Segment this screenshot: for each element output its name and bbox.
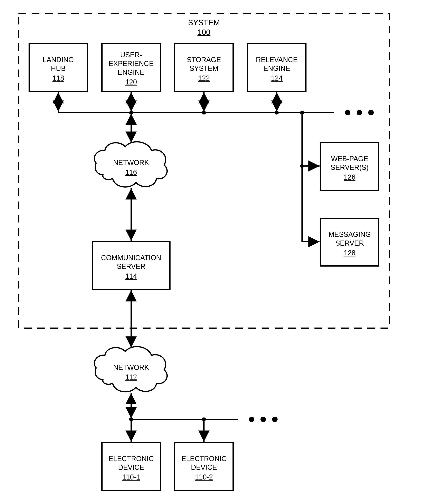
storage-system-box: STORAGE SYSTEM 122 [175,44,233,91]
messaging-server-box: MESSAGING SERVER 128 [320,218,379,266]
system-diagram: SYSTEM 100 LANDING HUB 118 USER- EXPERIE… [0,0,438,504]
web-page-server-box: WEB-PAGE SERVER(S) 126 [320,143,379,190]
relevance-label-1: RELEVANCE [256,56,297,64]
svg-point-8 [357,110,362,115]
landing-hub-label-1: LANDING [43,56,74,64]
relevance-number: 124 [271,74,283,82]
storage-number: 122 [198,74,210,82]
system-number: 100 [197,28,210,36]
svg-point-28 [249,417,254,422]
ux-engine-label-3: ENGINE [118,68,144,76]
ux-engine-number: 120 [125,78,137,86]
landing-hub-number: 118 [53,74,64,82]
messaging-number: 128 [344,249,355,257]
comm-server-label-2: SERVER [117,262,145,270]
web-page-label-1: WEB-PAGE [331,155,368,163]
relevance-label-2: ENGINE [263,64,290,72]
network-bottom-label: NETWORK [113,364,149,371]
device2-label-1: ELECTRONIC [181,455,227,463]
device1-label-1: ELECTRONIC [109,455,154,463]
svg-point-7 [345,110,350,115]
network-bottom-number: 112 [125,373,137,381]
messaging-label-2: SERVER [335,239,364,247]
network-top-label: NETWORK [113,159,149,167]
device2-label-2: DEVICE [191,463,217,471]
ux-engine-label-2: EXPERIENCE [109,60,154,68]
comm-server-number: 114 [125,272,137,280]
device2-number: 110-2 [195,473,213,481]
electronic-device-1-box: ELECTRONIC DEVICE 110-1 [102,443,160,490]
landing-hub-box: LANDING HUB 118 [29,44,88,91]
svg-point-15 [300,111,304,115]
communication-server-box: COMMUNICATION SERVER 114 [92,242,170,289]
svg-point-30 [272,417,278,422]
web-page-number: 126 [344,173,355,181]
svg-point-29 [261,417,266,422]
network-cloud-top: NETWORK 116 [94,142,167,187]
device1-number: 110-1 [122,473,140,481]
messaging-label-1: MESSAGING [328,230,371,238]
ellipsis-bottom [249,417,278,422]
storage-label-2: SYSTEM [190,64,218,72]
ux-engine-box: USER- EXPERIENCE ENGINE 120 [102,44,160,91]
network-top-number: 116 [125,168,137,176]
comm-server-label-1: COMMUNICATION [101,254,161,262]
svg-point-9 [368,110,374,115]
ux-engine-label-1: USER- [120,51,142,59]
ellipsis-top [345,110,374,115]
relevance-engine-box: RELEVANCE ENGINE 124 [248,44,306,91]
storage-label-1: STORAGE [187,56,221,64]
web-page-label-2: SERVER(S) [331,163,369,172]
system-title: SYSTEM [188,18,220,27]
landing-hub-label-2: HUB [51,64,66,72]
device1-label-2: DEVICE [118,463,144,471]
network-cloud-bottom: NETWORK 112 [94,347,167,392]
electronic-device-2-box: ELECTRONIC DEVICE 110-2 [175,443,233,490]
